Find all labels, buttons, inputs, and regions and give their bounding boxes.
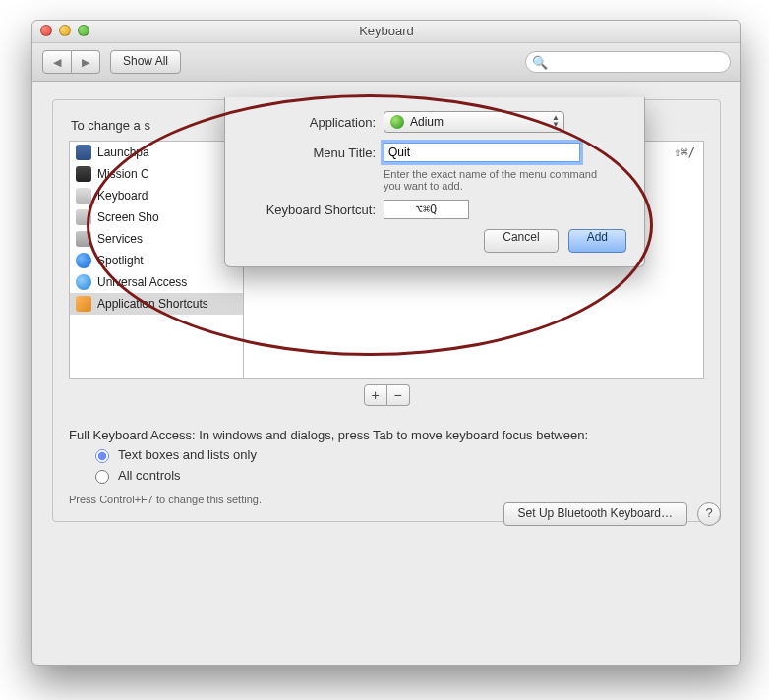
add-button[interactable]: +	[364, 384, 387, 406]
application-label: Application:	[243, 115, 384, 130]
help-icon: ?	[705, 505, 712, 520]
minus-icon: −	[393, 387, 401, 403]
app-icon	[76, 274, 91, 290]
sidebar-item-spotlight[interactable]: Spotlight	[70, 250, 243, 271]
menu-title-hint: Enter the exact name of the menu command…	[384, 168, 600, 192]
app-icon	[76, 231, 91, 247]
category-list[interactable]: Launchpa Mission C Keyboard Screen Sho S…	[69, 141, 244, 379]
fka-radio-textboxes[interactable]: Text boxes and lists only	[90, 446, 704, 463]
plus-icon: +	[371, 387, 379, 403]
toolbar: ◀ ▶ Show All 🔍	[32, 43, 740, 82]
sidebar-item-application-shortcuts[interactable]: Application Shortcuts	[70, 293, 243, 315]
nav-segment: ◀ ▶	[42, 50, 100, 74]
sidebar-item-universal-access[interactable]: Universal Access	[70, 271, 243, 293]
cancel-button[interactable]: Cancel	[484, 229, 558, 253]
close-icon[interactable]	[40, 25, 52, 36]
search-icon: 🔍	[532, 55, 548, 70]
radio-input[interactable]	[95, 470, 109, 484]
app-icon	[76, 145, 91, 160]
prefs-window: Keyboard ◀ ▶ Show All 🔍 To change a s xx…	[31, 20, 741, 666]
search-field[interactable]: 🔍	[525, 51, 731, 73]
show-all-button[interactable]: Show All	[110, 50, 181, 74]
adium-icon	[390, 115, 404, 129]
app-icon	[76, 209, 91, 225]
minimize-icon[interactable]	[59, 25, 71, 36]
keyboard-shortcut-label: Keyboard Shortcut:	[243, 203, 384, 217]
chevron-left-icon: ◀	[53, 56, 61, 69]
forward-button[interactable]: ▶	[72, 50, 100, 74]
add-confirm-button[interactable]: Add	[568, 229, 626, 253]
sidebar-item-mission-control[interactable]: Mission C	[70, 163, 243, 185]
menu-title-input[interactable]	[384, 143, 580, 162]
sidebar-item-launchpad[interactable]: Launchpa	[70, 142, 243, 163]
fka-radio-all[interactable]: All controls	[90, 467, 704, 484]
titlebar: Keyboard	[32, 21, 740, 43]
keyboard-shortcut-input[interactable]: ⌥⌘Q	[384, 200, 469, 219]
application-popup[interactable]: Adium ▲▼	[384, 111, 564, 133]
help-button[interactable]: ?	[697, 502, 721, 526]
updown-icon: ▲▼	[552, 114, 560, 128]
menu-title-label: Menu Title:	[243, 146, 384, 160]
fka-heading: Full Keyboard Access: In windows and dia…	[69, 428, 704, 442]
chevron-right-icon: ▶	[82, 56, 89, 69]
remove-button[interactable]: −	[387, 384, 410, 406]
sidebar-item-services[interactable]: Services	[70, 228, 243, 250]
search-input[interactable]	[552, 54, 724, 70]
app-icon	[76, 188, 91, 204]
window-title: Keyboard	[359, 24, 414, 38]
sidebar-item-keyboard[interactable]: Keyboard	[70, 185, 243, 206]
bluetooth-keyboard-button[interactable]: Set Up Bluetooth Keyboard…	[503, 502, 687, 526]
add-remove-segment: + −	[364, 384, 410, 406]
zoom-icon[interactable]	[78, 25, 89, 36]
radio-input[interactable]	[95, 449, 109, 463]
app-icon	[76, 296, 91, 312]
sidebar-item-screenshots[interactable]: Screen Sho	[70, 206, 243, 228]
back-button[interactable]: ◀	[42, 50, 72, 74]
app-icon	[76, 253, 91, 268]
app-icon	[76, 166, 91, 182]
shortcut-value: ⇧⌘/	[674, 146, 695, 159]
add-shortcut-sheet: Application: Adium ▲▼ Menu Title: Enter …	[224, 97, 645, 267]
